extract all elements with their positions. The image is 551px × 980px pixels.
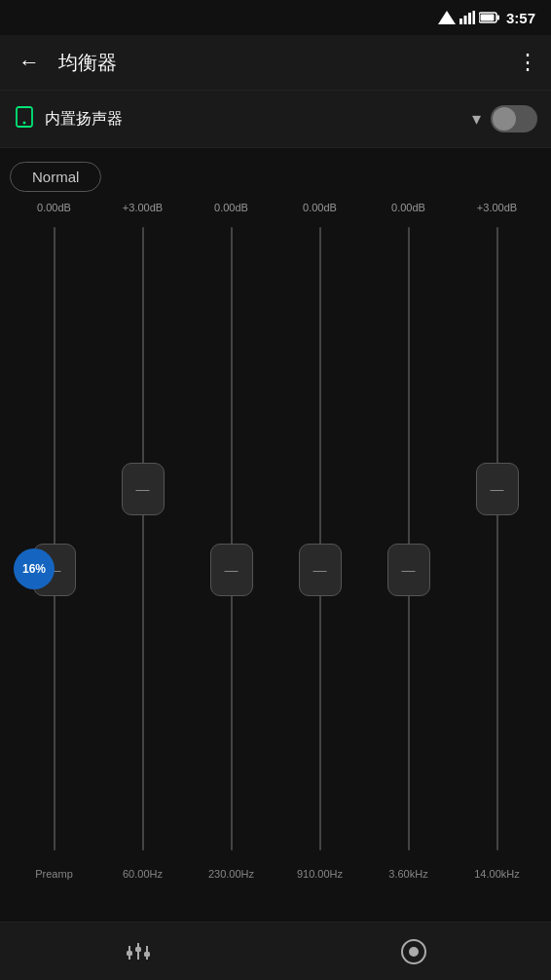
freq-label-1: 60.00Hz xyxy=(98,868,187,880)
fader-track-2 xyxy=(231,227,233,850)
signal-icon xyxy=(438,11,456,24)
status-icons xyxy=(438,11,500,24)
eq-area: Normal 0.00dB +3.00dB 0.00dB 0.00dB 0.00… xyxy=(0,148,551,889)
fader-14khz[interactable] xyxy=(453,217,541,860)
fader-track-5 xyxy=(496,227,498,850)
freq-labels-row: Preamp 60.00Hz 230.00Hz 910.00Hz 3.60kHz… xyxy=(10,860,541,889)
fader-3k6hz[interactable] xyxy=(364,217,453,860)
fader-handle-5[interactable] xyxy=(476,463,519,515)
fader-910hz[interactable] xyxy=(276,217,364,860)
eq-toggle[interactable] xyxy=(491,105,537,132)
db-label-1: +3.00dB xyxy=(98,202,187,213)
svg-rect-2 xyxy=(463,16,466,24)
status-time: 3:57 xyxy=(506,10,535,26)
fader-handle-4[interactable] xyxy=(387,544,430,596)
toolbar: ← 均衡器 ⋮ xyxy=(0,35,551,90)
db-labels-row: 0.00dB +3.00dB 0.00dB 0.00dB 0.00dB +3.0… xyxy=(10,202,541,217)
svg-point-17 xyxy=(409,947,419,957)
db-label-4: 0.00dB xyxy=(364,202,453,213)
fader-track-3 xyxy=(319,227,321,850)
svg-rect-4 xyxy=(472,11,475,24)
back-button[interactable]: ← xyxy=(12,50,47,75)
svg-rect-13 xyxy=(135,947,141,952)
svg-rect-7 xyxy=(480,15,494,21)
freq-label-0: Preamp xyxy=(10,868,98,880)
svg-marker-0 xyxy=(438,11,456,24)
device-row: 内置扬声器 ▾ xyxy=(0,90,551,148)
device-icon xyxy=(14,106,35,132)
equalizer-nav-icon xyxy=(125,938,152,965)
dropdown-icon[interactable]: ▾ xyxy=(472,108,481,130)
visualizer-nav-icon xyxy=(400,938,427,965)
db-label-2: 0.00dB xyxy=(187,202,276,213)
status-bar: 3:57 xyxy=(0,0,551,35)
svg-rect-1 xyxy=(459,19,462,24)
fader-track-4 xyxy=(408,227,410,850)
nav-equalizer[interactable] xyxy=(0,938,276,965)
fader-track-0 xyxy=(54,227,55,850)
fader-preamp[interactable] xyxy=(10,217,98,860)
fader-60hz[interactable] xyxy=(98,217,187,860)
device-name: 内置扬声器 xyxy=(45,109,462,130)
svg-rect-11 xyxy=(127,951,132,956)
svg-rect-6 xyxy=(496,16,499,20)
db-label-3: 0.00dB xyxy=(276,202,364,213)
preset-button[interactable]: Normal xyxy=(10,162,101,192)
nav-visualizer[interactable] xyxy=(276,938,551,965)
fader-230hz[interactable] xyxy=(187,217,276,860)
svg-rect-3 xyxy=(468,13,471,24)
db-label-0: 0.00dB xyxy=(10,202,98,213)
db-label-5: +3.00dB xyxy=(453,202,541,213)
svg-rect-15 xyxy=(144,952,150,957)
volume-badge: 16% xyxy=(14,548,55,589)
freq-label-4: 3.60kHz xyxy=(364,868,453,880)
svg-point-9 xyxy=(23,121,26,124)
faders-container: 16% xyxy=(10,217,541,860)
freq-label-5: 14.00kHz xyxy=(453,868,541,880)
bottom-nav xyxy=(0,922,551,980)
fader-handle-1[interactable] xyxy=(122,463,165,515)
fader-handle-2[interactable] xyxy=(210,544,253,596)
freq-label-2: 230.00Hz xyxy=(187,868,276,880)
more-button[interactable]: ⋮ xyxy=(517,50,539,75)
fader-handle-3[interactable] xyxy=(299,544,342,596)
fader-track-1 xyxy=(142,227,144,850)
battery-icon xyxy=(479,12,500,23)
page-title: 均衡器 xyxy=(58,50,505,76)
freq-label-3: 910.00Hz xyxy=(276,868,364,880)
wifi-icon xyxy=(459,11,475,24)
